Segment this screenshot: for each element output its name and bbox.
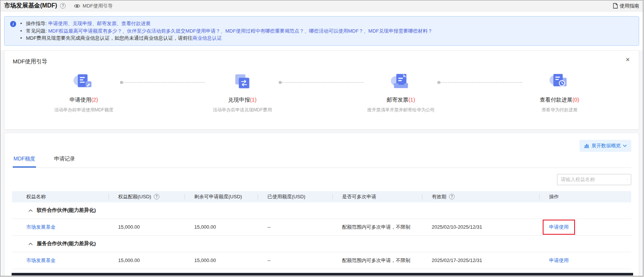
notice-link[interactable]: 哪些活动可以使用MDF？ bbox=[309, 28, 363, 34]
used-cell: -- bbox=[258, 224, 332, 230]
notice-line-faq: 常见问题: MDF权益最高可申请额度有多少？、伙伴至少在活动前多久提交MDF使用… bbox=[20, 27, 633, 35]
step-label: 邮寄发票(1) bbox=[387, 96, 415, 103]
step-redeem-declare[interactable]: 兑现申报(1) 活动举办后申请兑现MDF费用 bbox=[163, 73, 322, 113]
col-header: 权益配额(USD)? bbox=[108, 191, 185, 202]
guide-steps: 申请使用(2) 活动举办前申请使用MDF额度 兑现申报(1) 活动举办后申请兑现… bbox=[5, 73, 639, 113]
notice-link[interactable]: MDF使用过程中有哪些重要规范点？ bbox=[225, 28, 304, 34]
separator: 、 bbox=[122, 28, 127, 34]
step-title: 查看付款进展 bbox=[540, 97, 572, 103]
group-row-software-partner[interactable]: 软件合作伙伴(能力差异化) bbox=[12, 202, 631, 219]
notice-link[interactable]: 兑现申报 bbox=[72, 21, 92, 26]
exchange-icon bbox=[231, 73, 253, 92]
action-highlight-box: 申请使用 bbox=[543, 220, 575, 235]
validity-cell: 2025/02/10-2025/12/31 bbox=[422, 224, 539, 230]
guide-card-title: MDF使用引导 bbox=[13, 58, 48, 65]
mdf-guide-toggle[interactable]: MDF使用引导 bbox=[74, 3, 113, 9]
validity-help-icon[interactable]: ? bbox=[449, 194, 455, 199]
step-count: (2) bbox=[92, 97, 98, 103]
validity-cell: 2025/02/17-2025/12/31 bbox=[422, 258, 539, 263]
mdf-page: 市场发展基金(MDF) ? MDF使用引导 使用指南 i 操作指导: 申请使用、… bbox=[0, 0, 643, 276]
step-label: 申请使用(2) bbox=[70, 96, 98, 103]
business-certification-link[interactable]: 商业信息认证 bbox=[192, 35, 222, 41]
mail-invoice-icon bbox=[390, 73, 412, 92]
col-header: 有效期? bbox=[422, 191, 539, 202]
col-header: 已使用额度(USD) bbox=[258, 191, 332, 202]
col-header-label: 操作 bbox=[549, 193, 559, 200]
used-cell: -- bbox=[258, 258, 332, 263]
apply-use-icon bbox=[73, 73, 95, 92]
fund-name-link[interactable]: 市场发展基金 bbox=[26, 224, 56, 230]
group-row-service-partner[interactable]: 服务合作伙伴(能力差异化) bbox=[12, 236, 631, 252]
chevron-down-icon bbox=[623, 145, 627, 147]
overview-row: 展开数据概览 bbox=[12, 133, 631, 152]
notice-link[interactable]: 查看付款进展 bbox=[121, 21, 150, 26]
step-mail-invoice[interactable]: 邮寄发票(1) 按开票清单开票并邮寄给华为公司 bbox=[322, 73, 480, 113]
separator: 、 bbox=[221, 28, 225, 34]
close-icon[interactable]: × bbox=[626, 56, 630, 63]
tab-mdf-quota[interactable]: MDF额度 bbox=[13, 153, 36, 168]
usage-guide-button[interactable]: 使用指南 bbox=[613, 3, 639, 9]
col-header-label: 剩余可申请额度(USD) bbox=[194, 193, 242, 200]
apply-use-action-link[interactable]: 申请使用 bbox=[549, 224, 569, 230]
quota-cell: 15,000.00 bbox=[108, 224, 185, 230]
separator: 、 bbox=[363, 28, 368, 34]
separator: 、 bbox=[68, 21, 72, 26]
step-label: 查看付款进展(0) bbox=[540, 96, 579, 103]
chevron-up-icon bbox=[29, 209, 33, 212]
multi-apply-cell: 配额范围内可多次申请，不限制 bbox=[332, 257, 422, 264]
col-header: 权益名称 bbox=[12, 191, 108, 202]
multi-apply-cell: 配额范围内可多次申请，不限制 bbox=[332, 224, 422, 231]
table-header-row: 权益名称 权益配额(USD)? 剩余可申请额度(USD) 已使用额度(USD) … bbox=[12, 191, 631, 202]
apply-use-action-link[interactable]: 申请使用 bbox=[549, 258, 569, 263]
title-help-icon[interactable]: ? bbox=[60, 3, 66, 9]
expand-data-overview-label: 展开数据概览 bbox=[591, 142, 621, 149]
bar-chart-icon bbox=[584, 143, 589, 148]
step-desc: 活动举办后申请兑现MDF费用 bbox=[213, 107, 272, 113]
mdf-main-card: 展开数据概览 MDF额度 申请记录 权益名称 权益配额(USD) bbox=[4, 133, 639, 277]
step-apply-use[interactable]: 申请使用(2) 活动举办前申请使用MDF额度 bbox=[5, 73, 163, 113]
search-box bbox=[557, 174, 631, 185]
fund-name-link[interactable]: 市场发展基金 bbox=[26, 258, 56, 263]
notice-link[interactable]: MDF兑现申报需要哪些材料？ bbox=[368, 28, 432, 34]
mdf-guide-card: MDF使用引导 × 申请使用(2) 活动举办前申请使用MDF额度 bbox=[4, 50, 639, 130]
page-title: 市场发展基金(MDF) bbox=[4, 2, 57, 10]
step-payment-progress[interactable]: 查看付款进展(0) 查看华为付款进展 bbox=[480, 73, 639, 113]
step-count: (1) bbox=[408, 97, 415, 103]
remaining-cell: 15,000.00 bbox=[185, 258, 258, 263]
notice-banner: i 操作指导: 申请使用、兑现申报、邮寄发票、查看付款进展 常见问题: MDF权… bbox=[4, 16, 639, 46]
separator: 、 bbox=[116, 21, 121, 26]
col-header-label: 已使用额度(USD) bbox=[267, 193, 305, 200]
notice-link[interactable]: MDF权益最高可申请额度有多少？ bbox=[48, 28, 122, 34]
notice-line-certification: MDF费用兑现需要先完成商业信息认证，如您尚未通过商业信息认证，请前往商业信息认… bbox=[20, 34, 633, 42]
usage-guide-label: 使用指南 bbox=[620, 3, 639, 9]
step-title: 邮寄发票 bbox=[387, 97, 408, 103]
notice-link[interactable]: 申请使用 bbox=[48, 21, 68, 26]
expand-data-overview-button[interactable]: 展开数据概览 bbox=[579, 140, 631, 152]
notice-link[interactable]: 伙伴至少在活动前多久提交MDF使用申请？ bbox=[127, 28, 221, 34]
step-count: (1) bbox=[250, 97, 257, 103]
eye-icon bbox=[74, 4, 80, 8]
notice-link[interactable]: 邮寄发票 bbox=[97, 21, 116, 26]
col-header: 操作 bbox=[539, 191, 631, 202]
col-header-label: 权益配额(USD) bbox=[118, 193, 151, 200]
step-desc: 按开票清单开票并邮寄给华为公司 bbox=[367, 107, 435, 113]
search-icon[interactable] bbox=[627, 177, 627, 182]
tab-application-records[interactable]: 申请记录 bbox=[53, 153, 76, 168]
separator: 、 bbox=[92, 21, 97, 26]
remaining-cell: 15,000.00 bbox=[185, 224, 258, 230]
notice-prefix: 操作指导: bbox=[26, 21, 48, 26]
search-row bbox=[12, 174, 631, 185]
info-icon: i bbox=[10, 21, 16, 27]
quota-cell: 15,000.00 bbox=[108, 258, 185, 263]
notice-line-operations: 操作指导: 申请使用、兑现申报、邮寄发票、查看付款进展 bbox=[20, 20, 633, 27]
tabs: MDF额度 申请记录 bbox=[12, 153, 631, 168]
quota-help-icon[interactable]: ? bbox=[154, 194, 159, 199]
step-desc: 查看华为付款进展 bbox=[542, 107, 578, 113]
step-desc: 活动举办前申请使用MDF额度 bbox=[54, 107, 113, 113]
col-header: 是否可多次申请 bbox=[332, 191, 422, 202]
step-label: 兑现申报(1) bbox=[228, 96, 257, 103]
search-input[interactable] bbox=[561, 177, 627, 182]
mdf-guide-toggle-label: MDF使用引导 bbox=[83, 3, 113, 9]
top-section: i 操作指导: 申请使用、兑现申报、邮寄发票、查看付款进展 常见问题: MDF权… bbox=[0, 12, 643, 50]
table-row: 市场发展基金 15,000.00 15,000.00 -- 配额范围内可多次申请… bbox=[12, 252, 631, 269]
